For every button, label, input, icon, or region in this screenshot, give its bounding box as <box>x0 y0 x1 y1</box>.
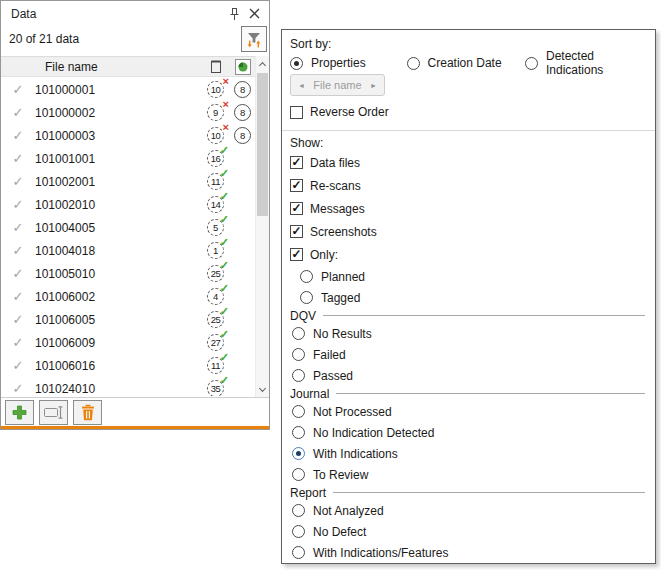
filter-sort-button[interactable] <box>241 26 267 52</box>
radio-icon <box>292 525 305 538</box>
show-option[interactable]: Screenshots <box>290 220 645 243</box>
group-title-line <box>336 393 645 394</box>
group-option-label: Not Processed <box>313 405 392 419</box>
sort-option[interactable]: Detected Indications <box>525 49 645 77</box>
row-selected-check-icon: ✓ <box>1 289 35 304</box>
file-row[interactable]: ✓10100200111✓ <box>1 170 256 193</box>
file-name: 101005010 <box>35 267 202 281</box>
group-option[interactable]: No Results <box>292 323 645 344</box>
file-name: 101004005 <box>35 221 202 235</box>
show-option[interactable]: Re-scans <box>290 174 645 197</box>
show-option[interactable]: Data files <box>290 151 645 174</box>
pass-check-icon: ✓ <box>220 375 229 386</box>
show-option[interactable]: Only: <box>290 243 645 266</box>
scrollbar-thumb[interactable] <box>257 73 268 216</box>
file-row[interactable]: ✓10100600927✓ <box>1 331 256 354</box>
count-row: 20 of 21 data <box>1 26 269 54</box>
file-row[interactable]: ✓10100100116✓ <box>1 147 256 170</box>
group-option-label: With Indications <box>313 447 398 461</box>
show-option-label: Re-scans <box>310 179 361 193</box>
list-header[interactable]: File name <box>1 56 256 77</box>
row-selected-check-icon: ✓ <box>1 312 35 327</box>
group-option[interactable]: Not Processed <box>292 401 645 422</box>
separator <box>282 130 655 131</box>
scroll-up-button[interactable] <box>256 56 269 72</box>
radio-icon <box>292 546 305 559</box>
add-button[interactable] <box>5 400 34 425</box>
close-icon[interactable] <box>244 4 264 24</box>
only-option[interactable]: Planned <box>300 266 645 287</box>
file-row[interactable]: ✓10102401035✓ <box>1 377 256 396</box>
file-list: ✓10100000110×8✓1010000029×8✓10100000310×… <box>1 78 256 396</box>
extra-count-badge: 8 <box>234 81 251 98</box>
indication-count: 1 <box>213 245 218 256</box>
file-row[interactable]: ✓10100000110×8 <box>1 78 256 101</box>
delete-button[interactable] <box>73 400 102 425</box>
group-title: DQV <box>290 308 645 323</box>
row-selected-check-icon: ✓ <box>1 220 35 235</box>
indication-count: 10 <box>211 84 221 95</box>
indication-count-badge: 16✓ <box>207 150 224 167</box>
file-name: 101001001 <box>35 152 202 166</box>
group-option[interactable]: Passed <box>292 365 645 386</box>
group-option[interactable]: Not Analyzed <box>292 500 645 521</box>
indication-count-badge: 11✓ <box>207 357 224 374</box>
file-count-label: 20 of 21 data <box>9 32 79 46</box>
group-option-label: Failed <box>313 348 346 362</box>
document-column-icon[interactable] <box>202 59 229 74</box>
group-title-line <box>323 315 645 316</box>
pass-check-icon: ✓ <box>220 306 229 317</box>
indication-count: 5 <box>213 222 218 233</box>
group-option[interactable]: To Review <box>292 464 645 485</box>
column-file-name[interactable]: File name <box>1 60 202 74</box>
file-row[interactable]: ✓1010060024✓ <box>1 285 256 308</box>
vertical-scrollbar[interactable] <box>255 56 269 397</box>
show-option-label: Messages <box>310 202 365 216</box>
indication-count-badge: 5✓ <box>207 219 224 236</box>
stepper-prev-icon[interactable]: ◄ <box>298 82 305 89</box>
file-name: 101006002 <box>35 290 202 304</box>
fail-cross-icon: × <box>223 78 229 87</box>
file-name: 101000002 <box>35 106 202 120</box>
row-selected-check-icon: ✓ <box>1 358 35 373</box>
file-row[interactable]: ✓10100201014✓ <box>1 193 256 216</box>
group-option[interactable]: With Indications/Features <box>292 542 645 563</box>
checkbox-icon <box>290 225 303 238</box>
group-option[interactable]: With Indications <box>292 443 645 464</box>
group-option[interactable]: No Defect <box>292 521 645 542</box>
group-title: Report <box>290 485 645 500</box>
radio-icon <box>407 57 420 70</box>
file-row[interactable]: ✓1010040181✓ <box>1 239 256 262</box>
sort-field-value: File name <box>313 79 361 91</box>
pin-icon[interactable] <box>224 4 244 24</box>
file-row[interactable]: ✓10100000310×8 <box>1 124 256 147</box>
status-column-icon[interactable] <box>229 59 256 75</box>
indication-count-badge: 10× <box>207 127 224 144</box>
radio-icon <box>292 348 305 361</box>
file-row[interactable]: ✓1010000029×8 <box>1 101 256 124</box>
sort-field-stepper[interactable]: ◄ File name ► <box>290 74 385 96</box>
file-row[interactable]: ✓10100600525✓ <box>1 308 256 331</box>
show-option-label: Data files <box>310 156 360 170</box>
group-option[interactable]: Failed <box>292 344 645 365</box>
sort-option[interactable]: Creation Date <box>407 56 525 70</box>
reverse-order-option[interactable]: Reverse Order <box>290 105 645 119</box>
row-selected-check-icon: ✓ <box>1 174 35 189</box>
sort-options-row: PropertiesCreation DateDetected Indicati… <box>290 52 645 74</box>
rename-button[interactable] <box>39 400 68 425</box>
only-options: PlannedTagged <box>300 266 645 308</box>
radio-icon <box>292 468 305 481</box>
checkbox-icon <box>290 248 303 261</box>
file-row[interactable]: ✓10100501025✓ <box>1 262 256 285</box>
file-row[interactable]: ✓1010040055✓ <box>1 216 256 239</box>
group-option[interactable]: No Indication Detected <box>292 422 645 443</box>
sort-option[interactable]: Properties <box>290 56 407 70</box>
stepper-next-icon[interactable]: ► <box>370 82 377 89</box>
file-row[interactable]: ✓10100601611✓ <box>1 354 256 377</box>
file-name: 101002001 <box>35 175 202 189</box>
radio-icon <box>292 504 305 517</box>
only-option[interactable]: Tagged <box>300 287 645 308</box>
show-option[interactable]: Messages <box>290 197 645 220</box>
scroll-down-button[interactable] <box>256 381 269 397</box>
active-panel-accent <box>1 426 269 429</box>
